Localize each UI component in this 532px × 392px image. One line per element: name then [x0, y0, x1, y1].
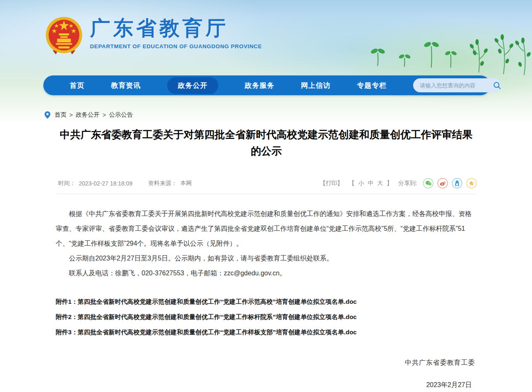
breadcrumb: 首页 > 政务公开 > 公示公告: [45, 111, 133, 119]
share-qzone-button[interactable]: [466, 178, 477, 188]
site-logo-block[interactable]: 广东省教育厅 DEPARTMENT OF EDUCATION OF GUANGD…: [44, 16, 262, 56]
site-subtitle: DEPARTMENT OF EDUCATION OF GUANGDONG PRO…: [90, 43, 262, 49]
search-box: [413, 78, 501, 92]
fontsize-bracket-close: 】: [387, 180, 392, 187]
nav-item-home[interactable]: 首页: [70, 77, 85, 94]
attachment-3-link[interactable]: 附件3：第四批全省新时代高校党建示范创建和质量创优工作“党建工作样板支部”培育创…: [56, 324, 477, 340]
article-body: 根据《中共广东省委教育工委关于开展第四批新时代高校党建示范创建和质量创优工作的通…: [56, 207, 477, 281]
share-icons: [423, 178, 477, 188]
breadcrumb-separator: >: [69, 112, 73, 118]
meta-time-value: 2023-02-27 18:18:09: [79, 180, 132, 187]
plants-decoration: [355, 30, 532, 76]
site-title: 广东省教育厅: [90, 17, 262, 40]
article-signature: 中共广东省委教育工委 2023年2月27日: [56, 359, 477, 390]
share-weibo-button[interactable]: [437, 178, 448, 188]
fontsize-medium-button[interactable]: 中: [368, 180, 374, 187]
breadcrumb-announcements[interactable]: 公示公告: [109, 111, 133, 119]
search-icon[interactable]: [493, 81, 501, 89]
meta-source-value: 本网: [180, 180, 192, 187]
meta-source-label: 资料来源：: [148, 180, 177, 187]
national-emblem-logo: [44, 16, 84, 56]
article-meta-row: 时间： 2023-02-27 18:18:09 资料来源： 本网 【打印】 【 …: [56, 178, 477, 188]
fontsize-large-button[interactable]: 大: [377, 180, 383, 187]
wechat-icon: [425, 180, 432, 186]
fontsize-control: 【 小 中 大 】: [349, 180, 392, 187]
nav-item-education-news[interactable]: 教育资讯: [111, 77, 141, 94]
fontsize-bracket-open: 【: [349, 180, 355, 187]
signature-organization: 中共广东省委教育工委: [56, 359, 475, 367]
breadcrumb-government-affairs[interactable]: 政务公开: [76, 111, 99, 119]
fontsize-small-button[interactable]: 小: [358, 180, 364, 187]
nav-item-online-petition[interactable]: 网上信访: [301, 77, 331, 94]
location-pin-icon: [45, 111, 50, 119]
meta-divider: [56, 194, 477, 194]
share-label: 分享到:: [398, 180, 417, 187]
attachment-1-link[interactable]: 附件1：第四批全省新时代高校党建示范创建和质量创优工作“党建工作示范高校”培育创…: [56, 294, 477, 309]
search-input[interactable]: [420, 82, 493, 89]
paragraph-intro: 根据《中共广东省委教育工委关于开展第四批新时代高校党建示范创建和质量创优工作的通…: [56, 207, 477, 251]
paragraph-public-period: 公示期自2023年2月27日至3月5日。公示期内，如有异议，请与省委教育工委组织…: [56, 251, 477, 266]
qzone-star-icon: [468, 180, 475, 186]
attachments-list: 附件1：第四批全省新时代高校党建示范创建和质量创优工作“党建工作示范高校”培育创…: [56, 294, 477, 340]
article-title: 中共广东省委教育工委关于对第四批全省新时代高校党建示范创建和质量创优工作评审结果…: [60, 126, 473, 159]
article-content: 中共广东省委教育工委关于对第四批全省新时代高校党建示范创建和质量创优工作评审结果…: [56, 123, 477, 390]
signature-date: 2023年2月27日: [56, 381, 475, 390]
breadcrumb-home[interactable]: 首页: [54, 111, 66, 119]
share-qq-button[interactable]: [452, 178, 462, 188]
attachment-2-link[interactable]: 附件2：第四批全省新时代高校党建示范创建和质量创优工作“党建工作标杆院系”培育创…: [56, 309, 477, 324]
nav-item-government-services[interactable]: 政务服务: [245, 77, 274, 94]
main-navigation: 首页 教育资讯 政务公开 政务服务 网上信访 专题专栏: [43, 75, 490, 95]
meta-time-label: 时间：: [58, 180, 76, 187]
breadcrumb-separator: >: [102, 112, 106, 118]
paragraph-contact: 联系人及电话：徐鹏飞，020-37627553，电子邮箱：zzc@gdedu.g…: [56, 266, 477, 281]
print-button[interactable]: 【打印】: [320, 180, 343, 187]
weibo-icon: [440, 180, 446, 186]
qq-icon: [454, 180, 460, 186]
nav-item-government-affairs-public[interactable]: 政务公开: [167, 77, 218, 94]
header-banner: 广东省教育厅 DEPARTMENT OF EDUCATION OF GUANGD…: [0, 0, 532, 128]
share-wechat-button[interactable]: [423, 178, 433, 188]
nav-item-special-columns[interactable]: 专题专栏: [357, 77, 387, 94]
